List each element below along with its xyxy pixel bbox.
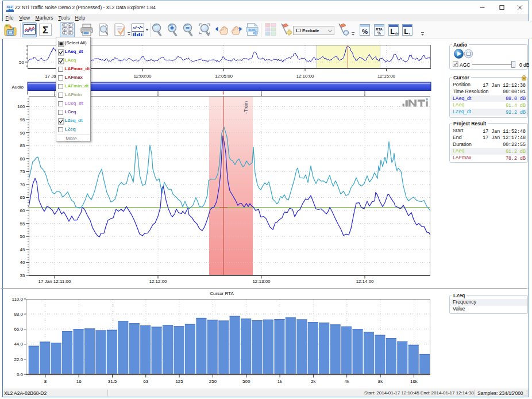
svg-text:88.0: 88.0 bbox=[14, 312, 23, 317]
svg-text:17 Jan 12:11:00: 17 Jan 12:11:00 bbox=[38, 279, 71, 284]
svg-text:60: 60 bbox=[69, 32, 72, 34]
svg-text:75: 75 bbox=[20, 169, 25, 174]
svg-text:xldb: xldb bbox=[248, 28, 256, 32]
svg-text:125: 125 bbox=[175, 379, 183, 384]
svg-text:60: 60 bbox=[20, 208, 25, 213]
svg-text:95: 95 bbox=[20, 117, 25, 122]
svg-text:4k: 4k bbox=[344, 379, 349, 384]
svg-text:85: 85 bbox=[20, 143, 25, 148]
svg-text:12:14:00: 12:14:00 bbox=[356, 279, 374, 284]
svg-text:Cursor RTA: Cursor RTA bbox=[210, 291, 234, 296]
svg-text:1k: 1k bbox=[277, 379, 283, 384]
svg-text:110.0: 110.0 bbox=[12, 297, 24, 302]
svg-text:12:12:00: 12:12:00 bbox=[149, 279, 167, 284]
svg-text:63: 63 bbox=[143, 379, 148, 384]
svg-text:40: 40 bbox=[20, 260, 25, 265]
svg-text:Q: Q bbox=[64, 28, 66, 30]
svg-text:12:05:00: 12:05:00 bbox=[215, 74, 233, 79]
svg-text:35: 35 bbox=[20, 273, 25, 278]
svg-text:%: % bbox=[377, 31, 381, 35]
svg-text:12:10:00: 12:10:00 bbox=[296, 74, 314, 79]
svg-text:16: 16 bbox=[76, 379, 82, 384]
svg-text:66.0: 66.0 bbox=[14, 327, 23, 332]
svg-text:16k: 16k bbox=[410, 379, 418, 384]
svg-text:2k: 2k bbox=[311, 379, 316, 384]
svg-text:12:15:00: 12:15:00 bbox=[377, 74, 396, 79]
svg-text:L: L bbox=[390, 28, 395, 36]
svg-text:70: 70 bbox=[20, 182, 25, 187]
svg-text:-Trein: -Trein bbox=[243, 101, 249, 114]
svg-text:50: 50 bbox=[20, 234, 25, 239]
svg-text:50: 50 bbox=[19, 60, 24, 65]
svg-text:12:00:00: 12:00:00 bbox=[133, 74, 152, 79]
svg-text:22.0: 22.0 bbox=[14, 357, 23, 362]
svg-text:8: 8 bbox=[44, 379, 47, 384]
svg-text:XL2: XL2 bbox=[7, 5, 13, 8]
svg-text:90: 90 bbox=[20, 131, 25, 136]
svg-text:%: % bbox=[362, 28, 368, 35]
svg-text:45: 45 bbox=[20, 247, 25, 252]
svg-text:F: F bbox=[70, 28, 71, 30]
svg-text:12:13:00: 12:13:00 bbox=[252, 279, 271, 284]
svg-text:A: A bbox=[63, 24, 65, 26]
svg-text:44.0: 44.0 bbox=[14, 342, 23, 347]
svg-text:0.0: 0.0 bbox=[17, 372, 24, 377]
svg-text:Σ: Σ bbox=[43, 25, 48, 36]
svg-text:31.5: 31.5 bbox=[108, 379, 117, 384]
svg-text:Z: Z bbox=[64, 32, 65, 34]
svg-text:Audio: Audio bbox=[12, 85, 24, 90]
svg-text:dn: dn bbox=[395, 32, 399, 35]
svg-text:80: 80 bbox=[20, 156, 25, 162]
svg-text:L: L bbox=[404, 28, 408, 36]
svg-text:100: 100 bbox=[17, 104, 25, 109]
svg-text:65: 65 bbox=[20, 195, 25, 200]
svg-text:8k: 8k bbox=[378, 379, 383, 384]
svg-text:55: 55 bbox=[20, 221, 25, 227]
svg-text:250: 250 bbox=[209, 379, 217, 384]
svg-text:500: 500 bbox=[242, 379, 250, 384]
